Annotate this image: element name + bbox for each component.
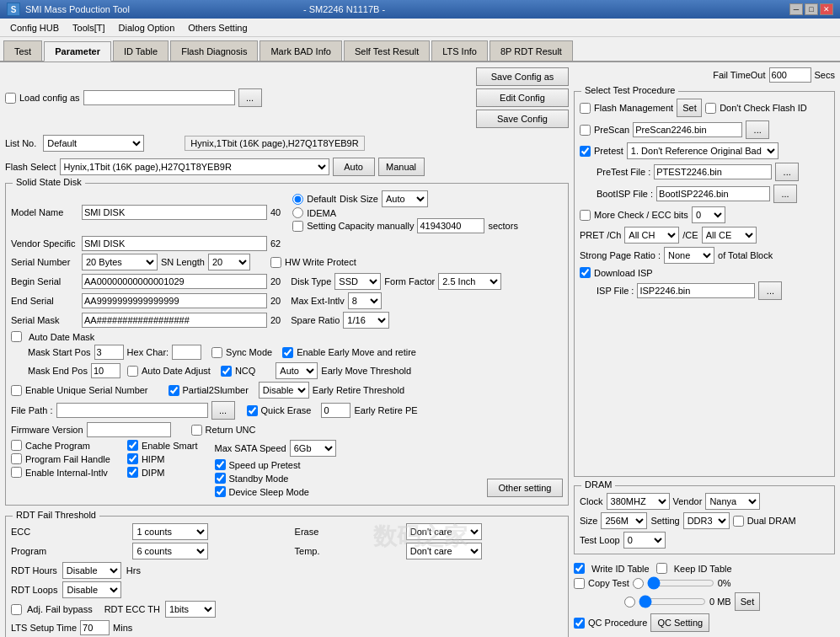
- serial-mask-input[interactable]: [82, 313, 267, 328]
- temp-select[interactable]: Don't care: [406, 543, 482, 559]
- close-btn[interactable]: ✕: [820, 3, 833, 15]
- dram-clock-select[interactable]: 380MHZ: [607, 493, 670, 510]
- sync-mode-cb[interactable]: [211, 347, 222, 358]
- prescan-input[interactable]: [633, 122, 742, 137]
- mask-end-input[interactable]: [91, 363, 120, 378]
- auto-date-mask-cb[interactable]: [11, 331, 22, 342]
- tab-id-table[interactable]: ID Table: [113, 40, 169, 61]
- write-id-table-cb[interactable]: [574, 563, 585, 574]
- menu-others-setting[interactable]: Others Setting: [181, 21, 254, 35]
- flash-select-dropdown[interactable]: Hynix,1Tbit (16K page),H27Q1T8YEB9R: [60, 158, 329, 175]
- quick-erase-cb[interactable]: [247, 405, 258, 416]
- adj-fail-bypass-cb[interactable]: [11, 604, 22, 615]
- pret-ch-select[interactable]: All CH: [624, 227, 679, 244]
- flash-mgmt-cb[interactable]: [580, 103, 591, 114]
- tab-8p-rdt-result[interactable]: 8P RDT Result: [490, 40, 573, 61]
- partial2slumber-cb[interactable]: [169, 385, 179, 396]
- disable-select[interactable]: Disable: [259, 382, 309, 399]
- menu-tools[interactable]: Tools[T]: [66, 21, 112, 35]
- save-config-btn[interactable]: Save Config: [476, 110, 569, 128]
- setting-capacity-cb[interactable]: [292, 221, 303, 232]
- disk-type-select[interactable]: SSD: [334, 273, 381, 290]
- auto-threshold-select[interactable]: Auto: [276, 362, 318, 379]
- download-isp-cb[interactable]: [580, 267, 591, 278]
- ce-select[interactable]: All CE: [702, 227, 757, 244]
- dram-size-select[interactable]: 256M: [601, 512, 647, 529]
- menu-dialog-option[interactable]: Dialog Option: [112, 21, 182, 35]
- enable-early-cb[interactable]: [282, 347, 293, 358]
- begin-serial-input[interactable]: [82, 274, 267, 289]
- more-check-select[interactable]: 0: [692, 206, 725, 223]
- keep-id-table-cb[interactable]: [656, 563, 667, 574]
- standby-mode-cb[interactable]: [215, 473, 226, 484]
- load-config-checkbox[interactable]: [5, 93, 16, 104]
- max-ext-select[interactable]: 8: [348, 292, 382, 309]
- cache-program-cb[interactable]: [11, 440, 22, 451]
- dram-setting-select[interactable]: DDR3: [683, 512, 730, 529]
- device-sleep-mode-cb[interactable]: [215, 486, 226, 497]
- vendor-input[interactable]: [82, 236, 267, 251]
- enable-smart-cb[interactable]: [127, 440, 138, 451]
- flash-auto-btn[interactable]: Auto: [333, 158, 375, 176]
- copy-test-radio1[interactable]: [633, 578, 644, 589]
- bootisp-file-browse-btn[interactable]: ...: [773, 185, 797, 203]
- tab-lts-info[interactable]: LTS Info: [431, 40, 488, 61]
- copy-test-cb[interactable]: [574, 578, 585, 589]
- copy-test-slider2[interactable]: [639, 595, 706, 608]
- rdt-loops-select[interactable]: Disable: [62, 581, 121, 598]
- max-sata-speed-select[interactable]: 6Gb: [290, 440, 336, 457]
- spare-ratio-select[interactable]: 1/16: [343, 312, 389, 329]
- more-check-cb[interactable]: [580, 210, 591, 221]
- dipm-cb[interactable]: [127, 467, 138, 478]
- erase-select[interactable]: Don't care: [406, 523, 482, 540]
- list-no-select[interactable]: Default: [43, 135, 144, 152]
- rdt-hours-select[interactable]: Disable: [62, 562, 121, 579]
- edit-config-btn[interactable]: Edit Config: [476, 88, 569, 107]
- speed-up-pretest-cb[interactable]: [215, 459, 226, 470]
- default-radio[interactable]: [292, 194, 303, 205]
- flash-mgmt-set-btn[interactable]: Set: [677, 99, 702, 117]
- flash-manual-btn[interactable]: Manual: [378, 158, 425, 176]
- pretest-file-input[interactable]: [654, 164, 772, 179]
- mask-start-input[interactable]: [94, 345, 124, 360]
- strong-page-select[interactable]: None: [664, 247, 714, 264]
- ecc-select[interactable]: 1 counts: [132, 523, 208, 540]
- hex-char-input[interactable]: [172, 345, 201, 360]
- load-config-input[interactable]: [83, 90, 235, 105]
- copy-test-radio2[interactable]: [624, 597, 635, 608]
- minimize-btn[interactable]: ─: [789, 3, 803, 15]
- dont-check-flash-cb[interactable]: [705, 103, 716, 114]
- prescan-cb[interactable]: [580, 125, 591, 136]
- isp-file-input[interactable]: [637, 283, 755, 298]
- auto-date-adjust-cb[interactable]: [127, 366, 138, 377]
- firmware-version-input[interactable]: [87, 422, 171, 437]
- ncq-cb[interactable]: [221, 366, 232, 377]
- tab-parameter[interactable]: Parameter: [44, 41, 111, 62]
- setting-capacity-input[interactable]: [417, 218, 484, 233]
- pretest-select[interactable]: 1. Don't Reference Original Bad: [627, 142, 778, 159]
- tab-test[interactable]: Test: [3, 40, 42, 61]
- enable-unique-serial-cb[interactable]: [11, 385, 22, 396]
- tab-flash-diagnosis[interactable]: Flash Diagnosis: [170, 40, 258, 61]
- copy-test-set-btn[interactable]: Set: [735, 592, 760, 611]
- early-retire-pe-input[interactable]: [321, 403, 350, 418]
- qc-procedure-cb[interactable]: [574, 618, 585, 629]
- form-factor-select[interactable]: 2.5 Inch: [438, 273, 501, 290]
- model-name-input[interactable]: [82, 205, 267, 220]
- dual-dram-cb[interactable]: [733, 516, 744, 527]
- idema-radio[interactable]: [292, 207, 303, 218]
- isp-file-browse-btn[interactable]: ...: [758, 281, 782, 300]
- lts-setup-input[interactable]: [80, 620, 110, 635]
- program-fail-handle-cb[interactable]: [11, 453, 22, 464]
- qc-setting-btn[interactable]: QC Setting: [650, 613, 709, 632]
- pretest-cb[interactable]: [580, 146, 591, 157]
- maximize-btn[interactable]: □: [805, 3, 818, 15]
- tab-self-test-result[interactable]: Self Test Result: [344, 40, 430, 61]
- file-path-input[interactable]: [56, 403, 208, 418]
- sn-length-select[interactable]: 20: [208, 254, 250, 270]
- prescan-browse-btn[interactable]: ...: [746, 120, 769, 139]
- disk-size-select[interactable]: Auto: [382, 190, 428, 207]
- return-unc-cb[interactable]: [191, 425, 202, 436]
- end-serial-input[interactable]: [82, 293, 267, 308]
- save-config-as-btn[interactable]: Save Config as: [476, 67, 569, 86]
